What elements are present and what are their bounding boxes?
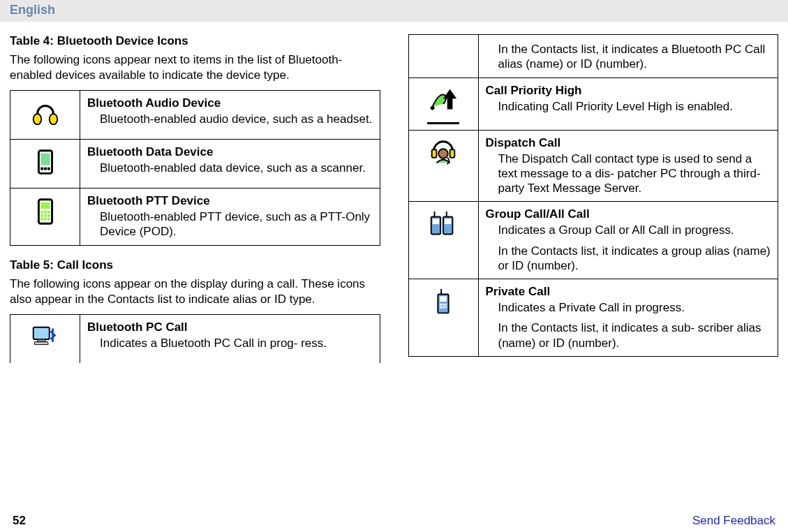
table-row: Bluetooth Audio Device Bluetooth-enabled… bbox=[10, 91, 380, 140]
row-desc: Indicates a Group Call or All Call in pr… bbox=[498, 223, 771, 237]
row-desc2: In the Contacts list, it indicates a Blu… bbox=[498, 42, 771, 72]
table-call-icons-left: Bluetooth PC Call Indicates a Bluetooth … bbox=[10, 314, 380, 363]
row-desc2: In the Contacts list, it indicates a gro… bbox=[498, 244, 771, 274]
svg-rect-20 bbox=[34, 342, 47, 345]
svg-rect-5 bbox=[44, 168, 47, 170]
row-desc2: In the Contacts list, it indicates a sub… bbox=[498, 320, 771, 350]
table-row: Bluetooth PTT Device Bluetooth-enabled P… bbox=[10, 189, 380, 246]
row-title: Bluetooth Data Device bbox=[87, 145, 373, 159]
table-row: Bluetooth PC Call Indicates a Bluetooth … bbox=[10, 314, 380, 363]
table5-intro: The following icons appear on the displa… bbox=[10, 276, 380, 307]
call-priority-high-icon bbox=[427, 85, 459, 124]
svg-point-26 bbox=[438, 149, 447, 158]
svg-rect-19 bbox=[37, 339, 45, 342]
svg-rect-40 bbox=[443, 306, 445, 309]
svg-rect-37 bbox=[443, 304, 445, 306]
pda-icon bbox=[29, 168, 61, 182]
svg-rect-6 bbox=[47, 168, 50, 170]
svg-point-21 bbox=[431, 105, 435, 110]
svg-rect-15 bbox=[40, 218, 43, 221]
svg-rect-11 bbox=[47, 211, 50, 214]
table4-intro: The following icons appear next to items… bbox=[10, 52, 380, 83]
svg-rect-3 bbox=[40, 154, 50, 165]
table4-caption: Table 4: Bluetooth Device Icons bbox=[10, 34, 380, 48]
svg-rect-29 bbox=[434, 212, 436, 217]
row-desc: Indicates a Private Call in progress. bbox=[498, 300, 771, 315]
dispatch-call-icon bbox=[427, 159, 459, 172]
svg-rect-38 bbox=[445, 304, 447, 306]
send-feedback-link[interactable]: Send Feedback bbox=[692, 514, 775, 528]
svg-rect-34 bbox=[440, 296, 447, 302]
row-desc: Bluetooth-enabled PTT device, such as a … bbox=[100, 209, 373, 239]
row-desc: Indicating Call Priority Level High is e… bbox=[498, 99, 771, 114]
row-title: Private Call bbox=[486, 285, 771, 299]
group-call-icon bbox=[427, 230, 459, 244]
row-title: Bluetooth PC Call bbox=[87, 320, 373, 334]
row-title: Dispatch Call bbox=[486, 136, 771, 150]
svg-rect-31 bbox=[445, 219, 452, 225]
svg-rect-17 bbox=[47, 218, 50, 221]
language-label: English bbox=[0, 0, 788, 22]
row-title: Group Call/All Call bbox=[486, 207, 771, 221]
svg-rect-12 bbox=[40, 214, 43, 217]
headset-icon bbox=[29, 119, 61, 133]
table-row: Call Priority High Indicating Call Prior… bbox=[408, 77, 778, 130]
svg-rect-14 bbox=[47, 214, 50, 217]
row-desc: The Dispatch Call contact type is used t… bbox=[498, 152, 771, 196]
svg-rect-41 bbox=[445, 306, 447, 309]
row-desc: Bluetooth-enabled audio device, such as … bbox=[100, 112, 373, 126]
table-row: In the Contacts list, it indicates a Blu… bbox=[408, 35, 778, 78]
table5-caption: Table 5: Call Icons bbox=[10, 258, 380, 272]
svg-point-0 bbox=[33, 114, 41, 124]
table-row: Group Call/All Call Indicates a Group Ca… bbox=[408, 202, 778, 279]
svg-rect-13 bbox=[44, 214, 47, 217]
svg-rect-8 bbox=[40, 202, 50, 209]
svg-rect-24 bbox=[432, 149, 437, 158]
svg-rect-22 bbox=[447, 97, 453, 109]
svg-rect-18 bbox=[33, 327, 49, 339]
page-number: 52 bbox=[13, 514, 26, 528]
svg-rect-36 bbox=[440, 304, 442, 306]
table-row: Private Call Indicates a Private Call in… bbox=[408, 279, 778, 357]
row-title: Bluetooth Audio Device bbox=[87, 96, 373, 110]
table-call-icons-right: In the Contacts list, it indicates a Blu… bbox=[408, 34, 779, 357]
svg-rect-32 bbox=[446, 212, 447, 217]
bt-pc-call-icon bbox=[29, 343, 61, 357]
row-title: Call Priority High bbox=[486, 84, 771, 98]
svg-point-1 bbox=[49, 114, 57, 124]
svg-rect-10 bbox=[44, 211, 47, 214]
svg-rect-16 bbox=[44, 218, 47, 221]
svg-rect-4 bbox=[40, 168, 43, 170]
table-row: Bluetooth Data Device Bluetooth-enabled … bbox=[10, 140, 380, 189]
table-bluetooth-device-icons: Bluetooth Audio Device Bluetooth-enabled… bbox=[10, 90, 380, 246]
svg-rect-35 bbox=[440, 289, 442, 295]
svg-rect-28 bbox=[433, 219, 440, 225]
svg-marker-23 bbox=[443, 89, 456, 98]
svg-rect-39 bbox=[440, 306, 442, 309]
svg-rect-9 bbox=[40, 211, 43, 214]
row-desc: Bluetooth-enabled data device, such as a… bbox=[100, 161, 373, 175]
table-row: Dispatch Call The Dispatch Call contact … bbox=[408, 130, 778, 202]
row-title: Bluetooth PTT Device bbox=[87, 194, 373, 208]
row-desc: Indicates a Bluetooth PC Call in prog- r… bbox=[100, 336, 373, 350]
private-call-icon bbox=[427, 308, 459, 321]
svg-rect-25 bbox=[450, 149, 455, 158]
ptt-device-icon bbox=[29, 217, 61, 230]
